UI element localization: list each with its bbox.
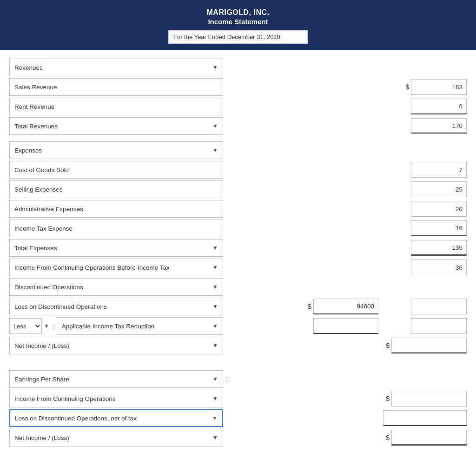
income-before-tax-label: Income From Continuing Operations Before… — [14, 264, 210, 271]
income-statement-content: Revenues ▼ Sales Revenue $ 163 — [0, 50, 476, 458]
applicable-tax-dropdown[interactable]: Applicable Income Tax Reduction ▼ — [57, 317, 223, 335]
total-expenses-value[interactable]: 135 — [411, 240, 467, 256]
rent-revenue-row: Rent Revenue 6 — [9, 98, 467, 115]
discontinued-ops-dropdown[interactable]: Discontinued Operations ▼ — [9, 278, 223, 296]
sales-dollar: $ — [403, 83, 409, 91]
selling-exp-label: Selling Expenses — [14, 186, 218, 193]
revenues-label: Revenues — [14, 64, 210, 71]
loss-disc-value[interactable]: 94600 — [313, 299, 378, 314]
eps-chevron: ▼ — [212, 376, 218, 382]
eps-dropdown[interactable]: Earnings Per Share ▼ — [9, 370, 223, 388]
eps-loss-disc-chevron: ▼ — [212, 415, 218, 421]
applicable-tax-row: Less Add ▼ : Applicable Income Tax Reduc… — [9, 317, 467, 335]
eps-net-income-dropdown[interactable]: Net Income / (Loss) ▼ — [9, 429, 223, 446]
rent-revenue-label: Rent Revenue — [14, 103, 218, 110]
revenues-row: Revenues ▼ — [9, 59, 467, 76]
eps-loss-disc-value[interactable] — [383, 410, 467, 426]
admin-exp-label: Administrative Expenses — [14, 206, 218, 213]
total-revenues-chevron: ▼ — [212, 123, 218, 129]
applicable-tax-value[interactable] — [313, 318, 378, 334]
loss-disc-row: Loss on Discontinued Operations ▼ $ 9460… — [9, 298, 467, 315]
net-income-label: Net Income / (Loss) — [14, 342, 210, 349]
loss-disc-dropdown[interactable]: Loss on Discontinued Operations ▼ — [9, 298, 223, 315]
sales-revenue-label: Sales Revenue — [14, 84, 218, 91]
admin-exp-value[interactable]: 20 — [411, 201, 467, 217]
expenses-label: Expenses — [14, 147, 210, 154]
eps-net-income-chevron: ▼ — [212, 434, 218, 441]
period-select[interactable]: For the Year Ended December 31, 2020 For… — [168, 30, 308, 44]
income-before-tax-dropdown[interactable]: Income From Continuing Operations Before… — [9, 259, 223, 276]
total-expenses-dropdown[interactable]: Total Expenses ▼ — [9, 239, 223, 257]
total-expenses-row: Total Expenses ▼ 135 — [9, 239, 467, 257]
discontinued-ops-row: Discontinued Operations ▼ — [9, 278, 467, 296]
eps-income-cont-label: Income From Continuing Operations — [14, 395, 210, 402]
expenses-row: Expenses ▼ — [9, 141, 467, 159]
income-tax-exp-row: Income Tax Expense 16 — [9, 220, 467, 237]
net-income-chevron: ▼ — [212, 342, 218, 349]
net-income-value[interactable] — [391, 338, 467, 353]
total-revenues-dropdown[interactable]: Total Revenues ▼ — [9, 117, 223, 135]
eps-row: Earnings Per Share ▼ : — [9, 370, 467, 388]
eps-income-cont-dropdown[interactable]: Income From Continuing Operations ▼ — [9, 390, 223, 407]
sales-revenue-label-cell[interactable]: Sales Revenue — [9, 78, 223, 96]
eps-income-cont-row: Income From Continuing Operations ▼ $ — [9, 390, 467, 407]
applicable-tax-chevron: ▼ — [212, 323, 218, 329]
selling-exp-value[interactable]: 25 — [411, 181, 467, 197]
less-chevron: ▼ — [44, 323, 49, 329]
selling-exp-label-cell[interactable]: Selling Expenses — [9, 180, 223, 198]
expenses-chevron: ▼ — [212, 147, 218, 153]
less-colon: : — [53, 322, 55, 330]
income-before-tax-row: Income From Continuing Operations Before… — [9, 259, 467, 276]
selling-exp-row: Selling Expenses 25 — [9, 180, 467, 198]
less-select[interactable]: Less Add — [9, 318, 42, 334]
total-expenses-label: Total Expenses — [14, 245, 210, 252]
income-before-tax-value[interactable]: 36 — [411, 260, 467, 275]
expenses-dropdown[interactable]: Expenses ▼ — [9, 141, 223, 159]
income-before-tax-chevron: ▼ — [212, 264, 218, 271]
page-header: MARIGOLD, INC. Income Statement For the … — [0, 0, 476, 50]
income-tax-exp-value[interactable]: 16 — [411, 220, 467, 236]
rent-revenue-label-cell[interactable]: Rent Revenue — [9, 98, 223, 115]
eps-income-cont-value[interactable] — [391, 391, 467, 406]
eps-income-cont-dollar: $ — [383, 395, 390, 402]
cost-goods-value[interactable]: 7 — [411, 162, 467, 178]
eps-net-income-row: Net Income / (Loss) ▼ $ — [9, 429, 467, 446]
rent-revenue-value[interactable]: 6 — [411, 99, 467, 114]
net-income-dropdown[interactable]: Net Income / (Loss) ▼ — [9, 337, 223, 354]
eps-colon: : — [226, 375, 228, 383]
loss-disc-dollar: $ — [305, 303, 311, 310]
loss-disc-label: Loss on Discontinued Operations — [14, 303, 210, 310]
applicable-tax-right-value[interactable] — [411, 318, 467, 334]
income-tax-exp-label-cell[interactable]: Income Tax Expense — [9, 220, 223, 237]
eps-loss-disc-label: Loss on Discontinued Operations, net of … — [15, 415, 209, 422]
revenues-chevron: ▼ — [212, 64, 218, 71]
discontinued-ops-label: Discontinued Operations — [14, 284, 210, 291]
total-expenses-chevron: ▼ — [212, 245, 218, 251]
total-revenues-value[interactable]: 170 — [411, 118, 467, 134]
eps-net-income-dollar: $ — [383, 434, 390, 441]
eps-net-income-value[interactable] — [391, 430, 467, 446]
admin-exp-row: Administrative Expenses 20 — [9, 200, 467, 218]
admin-exp-label-cell[interactable]: Administrative Expenses — [9, 200, 223, 218]
sales-revenue-value[interactable]: 163 — [411, 79, 467, 95]
company-name: MARIGOLD, INC. — [5, 8, 471, 17]
applicable-tax-label: Applicable Income Tax Reduction — [62, 323, 210, 330]
loss-disc-chevron: ▼ — [212, 303, 218, 310]
cost-goods-label-cell[interactable]: Cost of Goods Sold — [9, 161, 223, 179]
cost-goods-row: Cost of Goods Sold 7 — [9, 161, 467, 179]
revenues-dropdown[interactable]: Revenues ▼ — [9, 59, 223, 76]
statement-title: Income Statement — [5, 18, 471, 26]
total-revenues-row: Total Revenues ▼ 170 — [9, 117, 467, 135]
eps-loss-disc-row: Loss on Discontinued Operations, net of … — [9, 409, 467, 427]
eps-income-cont-chevron: ▼ — [212, 395, 218, 402]
eps-net-income-label: Net Income / (Loss) — [14, 434, 210, 441]
loss-disc-right-value[interactable] — [411, 299, 467, 314]
cost-goods-label: Cost of Goods Sold — [14, 167, 218, 173]
total-revenues-label: Total Revenues — [14, 123, 210, 130]
eps-loss-disc-dropdown[interactable]: Loss on Discontinued Operations, net of … — [9, 409, 223, 427]
net-income-dollar: $ — [383, 342, 390, 349]
eps-label: Earnings Per Share — [14, 376, 210, 383]
net-income-row: Net Income / (Loss) ▼ $ — [9, 337, 467, 354]
discontinued-ops-chevron: ▼ — [212, 284, 218, 290]
income-tax-exp-label: Income Tax Expense — [14, 225, 218, 232]
